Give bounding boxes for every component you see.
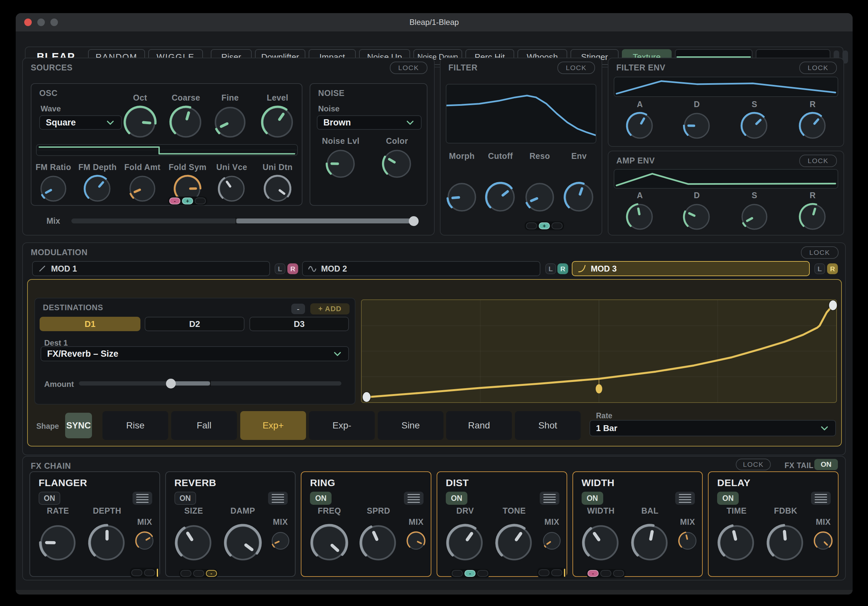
amp-env-r-knob[interactable] (797, 202, 828, 232)
amount-slider[interactable] (79, 381, 341, 385)
shape-shot-button[interactable]: Shot (515, 411, 581, 440)
mod-indicator-pills[interactable]: - (586, 569, 625, 578)
width-bal-knob[interactable] (629, 522, 671, 564)
ring-sprd-knob[interactable] (357, 522, 399, 564)
rate-select[interactable]: 1 Bar (589, 420, 836, 436)
reverb-size-knob[interactable] (173, 522, 215, 564)
fm-ratio-knob[interactable] (38, 173, 69, 204)
delay-fdbk-knob[interactable] (764, 522, 806, 564)
reverb-damp-knob[interactable] (222, 522, 264, 564)
menu-icon[interactable] (268, 492, 288, 505)
delay-mix-knob[interactable] (813, 530, 834, 551)
mod2-r-badge[interactable]: R (557, 263, 568, 274)
oct-knob[interactable] (122, 104, 158, 140)
width-mix-knob[interactable] (677, 530, 698, 551)
flanger-mix-knob[interactable] (134, 530, 155, 551)
flanger-depth-knob[interactable] (86, 522, 128, 564)
env-knob[interactable] (562, 180, 596, 214)
menu-icon[interactable] (811, 492, 831, 505)
mod-indicator-pills[interactable] (537, 568, 567, 578)
uni-dtn-knob[interactable] (262, 173, 293, 204)
tab-d3[interactable]: D3 (250, 317, 349, 331)
ring-on-button[interactable]: ON (310, 492, 332, 505)
amp-env-d-knob[interactable] (682, 202, 712, 232)
uni-vce-knob[interactable] (216, 173, 247, 204)
sync-button[interactable]: SYNC (65, 413, 92, 438)
flanger-rate-knob[interactable] (37, 522, 79, 564)
mod-indicator-pills[interactable] (130, 568, 160, 578)
tab-d1[interactable]: D1 (40, 317, 140, 331)
fx-tail-toggle[interactable]: ON (814, 459, 838, 470)
ring-freq-knob[interactable] (308, 522, 350, 564)
filter-env-d-knob[interactable] (682, 110, 712, 141)
zoom-button[interactable] (50, 19, 58, 26)
tab-mod1[interactable]: MOD 1 (32, 261, 270, 276)
coarse-knob[interactable] (167, 104, 204, 140)
filter-env-s-knob[interactable] (739, 110, 770, 141)
morph-knob[interactable] (445, 180, 479, 214)
menu-icon[interactable] (540, 492, 560, 505)
flanger-on-button[interactable]: ON (39, 492, 60, 505)
mix-slider[interactable] (71, 219, 414, 224)
mod2-l-badge[interactable]: L (545, 263, 556, 274)
filter-env-r-knob[interactable] (797, 110, 828, 141)
tab-d2[interactable]: D2 (145, 317, 245, 331)
shape-exp-minus-button[interactable]: Exp- (309, 411, 375, 440)
mod3-r-badge[interactable]: R (827, 263, 838, 274)
curve-endpoint-handle[interactable] (363, 392, 370, 402)
filter-mod-pills[interactable]: + (525, 221, 564, 230)
menu-icon[interactable] (675, 492, 695, 505)
reverb-mix-knob[interactable] (270, 530, 291, 551)
close-button[interactable] (24, 19, 32, 26)
mod1-r-badge[interactable]: R (287, 263, 298, 274)
fm-depth-knob[interactable] (82, 173, 113, 204)
amp-env-a-knob[interactable] (625, 202, 655, 232)
cutoff-knob[interactable] (484, 180, 518, 214)
shape-rand-button[interactable]: Rand (446, 411, 512, 440)
wave-select[interactable]: Square (39, 115, 122, 130)
curve-endpoint-handle[interactable] (829, 300, 837, 310)
reverb-on-button[interactable]: ON (174, 492, 196, 505)
mod-indicator-pills[interactable]: - (450, 569, 490, 578)
width-on-button[interactable]: ON (581, 492, 603, 505)
noise-lvl-knob[interactable] (324, 147, 357, 180)
minimize-button[interactable] (37, 19, 45, 26)
shape-rise-button[interactable]: Rise (102, 411, 168, 440)
filter-lock-button[interactable]: LOCK (557, 62, 595, 74)
dist-tone-knob[interactable] (493, 522, 535, 564)
mod1-l-badge[interactable]: L (274, 263, 285, 274)
delay-on-button[interactable]: ON (717, 492, 739, 505)
width-width-knob[interactable] (580, 522, 622, 564)
fine-knob[interactable] (212, 104, 248, 140)
tab-mod2[interactable]: MOD 2 (302, 261, 540, 276)
shape-exp-plus-button[interactable]: Exp+ (240, 411, 306, 440)
menu-icon[interactable] (404, 492, 423, 505)
mod3-l-badge[interactable]: L (814, 263, 825, 274)
fold-amt-knob[interactable] (127, 173, 158, 204)
reso-knob[interactable] (523, 180, 557, 214)
color-knob[interactable] (380, 147, 414, 180)
delay-time-knob[interactable] (716, 522, 757, 564)
dist-mix-knob[interactable] (541, 530, 562, 551)
tab-mod3[interactable]: MOD 3 (572, 261, 810, 276)
sources-lock-button[interactable]: LOCK (390, 62, 428, 74)
menu-icon[interactable] (133, 492, 152, 505)
mod-indicator-pills[interactable]: - (179, 569, 218, 578)
remove-destination-button[interactable]: - (291, 304, 305, 314)
dest-select[interactable]: FX/Reverb – Size (40, 346, 349, 361)
fold-sym-mod-pills[interactable]: -+ (168, 197, 207, 205)
amp-env-s-knob[interactable] (739, 202, 770, 232)
ring-mix-knob[interactable] (406, 530, 426, 551)
shape-fall-button[interactable]: Fall (171, 411, 237, 440)
shape-sine-button[interactable]: Sine (378, 411, 443, 440)
mod-curve-editor[interactable] (361, 299, 837, 403)
dist-drv-knob[interactable] (444, 522, 486, 564)
amp-env-lock-button[interactable]: LOCK (799, 155, 837, 167)
level-knob[interactable] (259, 104, 296, 140)
add-destination-button[interactable]: + ADD (310, 303, 350, 314)
filter-env-a-knob[interactable] (625, 110, 655, 141)
filter-env-lock-button[interactable]: LOCK (799, 62, 837, 74)
curve-mid-handle[interactable] (596, 384, 602, 393)
modulation-lock-button[interactable]: LOCK (801, 246, 839, 259)
fx-lock-button[interactable]: LOCK (736, 458, 771, 470)
